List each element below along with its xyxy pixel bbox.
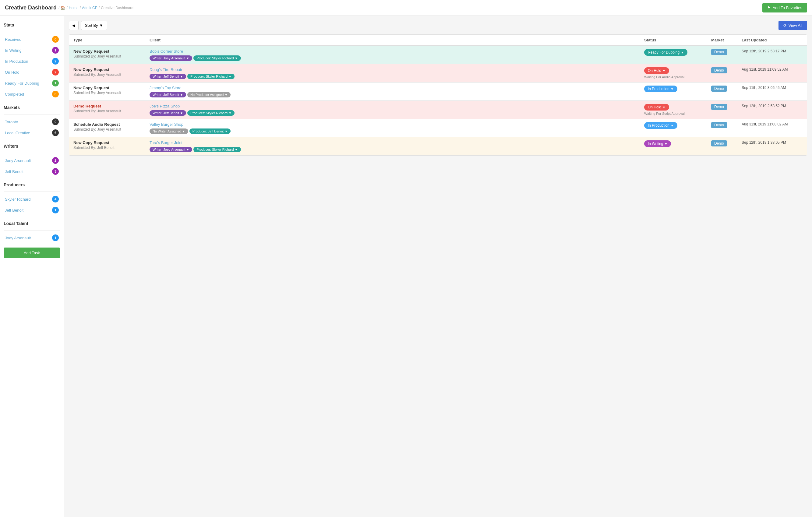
market-badge-3: Demo [711, 86, 727, 92]
writers-section-title: Writers [4, 142, 60, 149]
writer-jeff-badge: 3 [52, 168, 59, 175]
cell-type-1: New Copy Request Submitted By: Joey Arse… [74, 49, 149, 58]
type-title-1: New Copy Request [74, 49, 149, 54]
producer-tag-2[interactable]: Producer: Skyler Richard ▼ [187, 74, 234, 79]
producer-jeff-label: Jeff Benoit [5, 208, 24, 213]
cell-status-1: Ready For Dubbing ▼ [644, 49, 711, 56]
market-badge-5: Demo [711, 122, 727, 128]
cell-client-2: Doug's Tire Repair Writer: Jeff Benoit ▼… [149, 67, 644, 79]
producers-divider [4, 191, 60, 192]
producer-skyler-label: Skyler Richard [5, 197, 31, 202]
add-task-button[interactable]: Add Task [4, 247, 60, 258]
table-row: Schedule Audio Request Submitted By: Joe… [69, 119, 807, 137]
readyfordubbing-badge: 1 [52, 80, 59, 87]
status-badge-4[interactable]: On Hold ▼ [644, 104, 669, 111]
toronto-label: Toronto [5, 120, 18, 124]
status-badge-3[interactable]: In Production ▼ [644, 86, 677, 92]
sidebar-item-producer-skyler[interactable]: Skyler Richard 4 [4, 194, 60, 204]
refresh-icon: ⟳ [783, 23, 787, 28]
status-badge-1[interactable]: Ready For Dubbing ▼ [644, 49, 688, 56]
localtalent-section-title: Local Talent [4, 219, 60, 226]
writer-tag-5[interactable]: No Writer Assigned ▼ [149, 128, 188, 134]
view-all-button[interactable]: ⟳ View All [779, 21, 807, 30]
cell-status-5: In Production ▼ [644, 122, 711, 129]
markets-divider [4, 114, 60, 115]
breadcrumb-current: Creative Dashboard [101, 6, 134, 10]
producers-section-title: Producers [4, 181, 60, 187]
toolbar: ◀ Sort By ▼ ⟳ View All [69, 21, 807, 30]
writer-jeff-label: Jeff Benoit [5, 169, 24, 174]
cell-lastupdated-2: Aug 31st, 2019 11:09:52 AM [742, 67, 803, 71]
stats-divider [4, 32, 60, 32]
onhold-label: On Hold [5, 70, 20, 74]
onhold-badge: 2 [52, 69, 59, 75]
sidebar-item-inwriting[interactable]: In Writing 1 [4, 45, 60, 55]
cell-tags-4: Writer: Jeff Benoit ▼ Producer: Skyler R… [149, 110, 644, 116]
type-sub-4: Submitted By: Joey Arsenault [74, 109, 149, 113]
cell-status-2: On Hold ▼ Waiting For Audio Approval. [644, 67, 711, 79]
chevron-down-icon: ▼ [99, 23, 103, 28]
sidebar-item-onhold[interactable]: On Hold 2 [4, 67, 60, 77]
add-to-favorites-button[interactable]: ⚑ Add To Favorites [762, 3, 807, 12]
type-sub-5: Submitted By: Joey Arsenault [74, 127, 149, 131]
cell-tags-1: Writer: Joey Arsenault ▼ Producer: Skyle… [149, 55, 644, 61]
producer-tag-5[interactable]: Producer: Jeff Benoit ▼ [190, 128, 231, 134]
cell-lastupdated-5: Aug 31st, 2019 11:08:02 AM [742, 122, 803, 126]
writer-tag-6[interactable]: Writer: Joey Arsenault ▼ [149, 147, 192, 152]
producer-tag-3[interactable]: No Producer Assigned ▼ [187, 92, 231, 97]
col-lastupdated: Last Updated [742, 38, 803, 42]
market-badge-4: Demo [711, 104, 727, 110]
sidebar-item-completed[interactable]: Completed 0 [4, 89, 60, 99]
cell-market-3: Demo [711, 86, 742, 92]
chevron-icon: ▼ [180, 93, 183, 96]
type-sub-1: Submitted By: Joey Arsenault [74, 54, 149, 58]
cell-market-4: Demo [711, 104, 742, 110]
back-button[interactable]: ◀ [69, 21, 79, 30]
writer-tag-4[interactable]: Writer: Jeff Benoit ▼ [149, 110, 186, 116]
sidebar-item-received[interactable]: Received 0 [4, 34, 60, 44]
producer-skyler-badge: 4 [52, 196, 59, 203]
breadcrumb-separator: / [80, 6, 81, 10]
cell-client-4: Joe's Pizza Shop Writer: Jeff Benoit ▼ P… [149, 104, 644, 116]
chevron-icon: ▼ [664, 142, 667, 146]
inproduction-label: In Production [5, 59, 28, 64]
cell-lastupdated-4: Sep 12th, 2019 2:53:52 PM [742, 104, 803, 108]
writer-tag-2[interactable]: Writer: Jeff Benoit ▼ [149, 74, 186, 79]
client-name-4: Joe's Pizza Shop [149, 104, 644, 109]
writer-tag-1[interactable]: Writer: Joey Arsenault ▼ [149, 55, 192, 61]
writer-tag-3[interactable]: Writer: Jeff Benoit ▼ [149, 92, 186, 97]
sidebar-item-toronto[interactable]: Toronto 0 [4, 117, 60, 127]
sidebar-item-producer-jeff[interactable]: Jeff Benoit 1 [4, 205, 60, 215]
localtalent-joey-badge: 1 [52, 235, 59, 241]
client-name-1: Bob's Corner Store [149, 49, 644, 54]
sidebar-item-localcreative[interactable]: Local Creative 6 [4, 128, 60, 138]
chevron-icon: ▼ [235, 57, 238, 60]
data-table: Type Client Status Market Last Updated N… [69, 34, 807, 156]
header: Creative Dashboard / 🏠 / Home / AdminCP … [0, 0, 812, 16]
status-badge-5[interactable]: In Production ▼ [644, 122, 677, 129]
producer-tag-1[interactable]: Producer: Skyler Richard ▼ [194, 55, 241, 61]
cell-market-1: Demo [711, 49, 742, 55]
sidebar-item-localtalent-joey[interactable]: Joey Arsenault 1 [4, 233, 60, 243]
sidebar-item-inproduction[interactable]: In Production 2 [4, 56, 60, 66]
table-row: New Copy Request Submitted By: Joey Arse… [69, 64, 807, 83]
status-badge-6[interactable]: In Writing ▼ [644, 140, 671, 147]
breadcrumb-admincp[interactable]: AdminCP [82, 6, 97, 10]
producer-tag-6[interactable]: Producer: Skyler Richard ▼ [194, 147, 241, 152]
col-client: Client [149, 38, 644, 42]
client-name-2: Doug's Tire Repair [149, 67, 644, 72]
breadcrumb-home[interactable]: Home [69, 6, 79, 10]
main-layout: Stats Received 0 In Writing 1 In Product… [0, 16, 812, 517]
inwriting-badge: 1 [52, 47, 59, 54]
cell-type-5: Schedule Audio Request Submitted By: Joe… [74, 122, 149, 131]
status-badge-2[interactable]: On Hold ▼ [644, 67, 669, 74]
sort-by-button[interactable]: Sort By ▼ [81, 21, 107, 30]
chevron-icon: ▼ [225, 130, 228, 133]
sidebar-item-readyfordubbing[interactable]: Ready For Dubbing 1 [4, 78, 60, 88]
breadcrumb-separator: / [58, 6, 59, 10]
sidebar-item-writer-joey[interactable]: Joey Arsenault 2 [4, 156, 60, 165]
sidebar-item-writer-jeff[interactable]: Jeff Benoit 3 [4, 166, 60, 176]
breadcrumb-separator: / [99, 6, 99, 10]
producer-tag-4[interactable]: Producer: Skyler Richard ▼ [187, 110, 234, 116]
cell-status-3: In Production ▼ [644, 86, 711, 92]
